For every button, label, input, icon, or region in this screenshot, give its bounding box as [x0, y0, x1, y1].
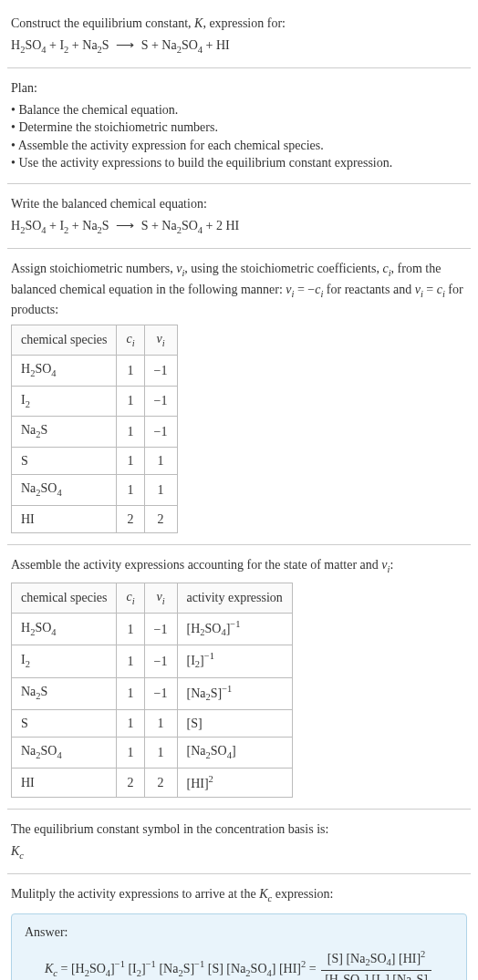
cell-c: 1 [117, 417, 144, 447]
intro-section: Construct the equilibrium constant, K, e… [7, 7, 471, 64]
mul-t1: Mulitply the activity expressions to arr… [11, 887, 259, 901]
eq-na: Na [82, 38, 97, 52]
cell-species: I2 [12, 386, 117, 416]
intro-line: Construct the equilibrium constant, K, e… [11, 15, 467, 33]
kc-symbol: Kc [11, 842, 467, 862]
plan-bullet-4: Use the activity expressions to build th… [11, 154, 467, 172]
eq-h: H [11, 38, 20, 52]
divider [7, 67, 471, 68]
plan-bullet-3: Assemble the activity expression for eac… [11, 137, 467, 155]
as-t1: Assemble the activity expressions accoun… [11, 558, 381, 572]
beq-h: H [11, 219, 20, 232]
unbalanced-equation: H2SO4 + I2 + Na2S ⟶ S + Na2SO4 + HI [11, 36, 467, 57]
divider [7, 873, 471, 874]
th-vi: νi [144, 583, 177, 613]
balanced-title: Write the balanced chemical equation: [11, 195, 467, 213]
table-row: Na2S1−1[Na2S]−1 [12, 677, 293, 709]
eq-plus2: + [68, 38, 82, 52]
kc-expression: Kc = [H2SO4]−1 [I2]−1 [Na2S]−1 [S] [Na2S… [25, 948, 453, 980]
eq-s: S [102, 38, 109, 52]
cell-species: H2SO4 [12, 356, 117, 386]
cell-c: 1 [117, 677, 144, 709]
cell-v: 1 [144, 738, 177, 768]
th-species: chemical species [12, 583, 117, 613]
beq-plus2: + [68, 219, 82, 232]
st-t2: , using the stoichiometric coefficients, [184, 262, 382, 275]
plan-bullet-2: Determine the stoichiometric numbers. [11, 119, 467, 137]
table-row: HI22[HI]2 [12, 768, 293, 797]
cell-c: 2 [117, 505, 144, 533]
cell-c: 1 [117, 738, 144, 768]
cell-activity: [S] [177, 709, 292, 738]
cell-activity: [H2SO4]−1 [177, 614, 292, 645]
ans-K: K [45, 962, 53, 975]
cell-c: 1 [117, 614, 144, 645]
cell-c: 1 [117, 645, 144, 677]
answer-box: Answer: Kc = [H2SO4]−1 [I2]−1 [Na2S]−1 [… [11, 913, 467, 980]
cell-v: 1 [144, 709, 177, 738]
intro-K: K [194, 16, 203, 30]
cell-activity: [HI]2 [177, 768, 292, 797]
stoich-section: Assign stoichiometric numbers, νi, using… [7, 253, 471, 541]
answer-label: Answer: [25, 923, 453, 942]
fraction-denominator: [H2SO4] [I2] [Na2S] [321, 971, 431, 980]
kc-c: c [19, 850, 24, 860]
intro-text-1: Construct the equilibrium constant, [11, 16, 194, 30]
beq-p1b: SO [182, 219, 198, 232]
cell-v: −1 [144, 677, 177, 709]
th-ci: ci [117, 325, 144, 355]
cell-species: Na2S [12, 677, 117, 709]
cell-activity: [Na2SO4] [177, 738, 292, 768]
cell-species: H2SO4 [12, 614, 117, 645]
eq-so: SO [25, 38, 41, 52]
beq-p1: S + Na [141, 219, 177, 232]
th-vi: νi [144, 325, 177, 355]
plan-bullet-1: Balance the chemical equation. [11, 101, 467, 119]
cell-species: I2 [12, 645, 117, 677]
cell-activity: [I2]−1 [177, 645, 292, 677]
table-row: H2SO41−1 [12, 356, 178, 386]
beq-plus1: + [47, 219, 60, 232]
cell-species: S [12, 709, 117, 738]
mul-K: K [259, 887, 267, 901]
assemble-text: Assemble the activity expressions accoun… [11, 556, 467, 576]
balanced-section: Write the balanced chemical equation: H2… [7, 188, 471, 244]
plan-title: Plan: [11, 79, 467, 98]
st-eq1: = − [294, 283, 315, 296]
multiply-text: Mulitply the activity expressions to arr… [11, 885, 467, 905]
cell-v: −1 [144, 356, 177, 386]
divider [7, 248, 471, 249]
table-row: S11[S] [12, 709, 293, 738]
cell-species: S [12, 447, 117, 475]
cell-v: −1 [144, 417, 177, 447]
th-activity: activity expression [177, 583, 292, 613]
table-row: S11 [12, 447, 178, 475]
divider [7, 183, 471, 184]
th-ci: ci [117, 583, 144, 613]
cell-v: 1 [144, 475, 177, 505]
table-header-row: chemical species ci νi [12, 325, 178, 355]
balanced-equation: H2SO4 + I2 + Na2S ⟶ S + Na2SO4 + 2 HI [11, 217, 467, 237]
cell-c: 1 [117, 709, 144, 738]
table-row: I21−1 [12, 386, 178, 416]
assemble-section: Assemble the activity expressions accoun… [7, 549, 471, 805]
beq-s: S [102, 219, 109, 232]
st-eq2: = [423, 283, 437, 296]
divider [7, 809, 471, 810]
table-row: Na2SO411 [12, 475, 178, 505]
cell-c: 1 [117, 356, 144, 386]
kc-symbol-text: The equilibrium constant symbol in the c… [11, 820, 467, 839]
st-t1: Assign stoichiometric numbers, [11, 262, 176, 275]
table-row: Na2SO411[Na2SO4] [12, 738, 293, 768]
cell-c: 2 [117, 768, 144, 797]
reaction-arrow-icon: ⟶ [116, 217, 134, 235]
multiply-section: Mulitply the activity expressions to arr… [7, 878, 471, 980]
table-row: Na2S1−1 [12, 417, 178, 447]
eq-plus1: + [47, 38, 60, 52]
divider [7, 544, 471, 545]
th-species: chemical species [12, 325, 117, 355]
ans-c: c [53, 968, 57, 978]
as-colon: : [390, 558, 393, 572]
st-t4: for reactants and [323, 283, 414, 296]
cell-species: HI [12, 768, 117, 797]
